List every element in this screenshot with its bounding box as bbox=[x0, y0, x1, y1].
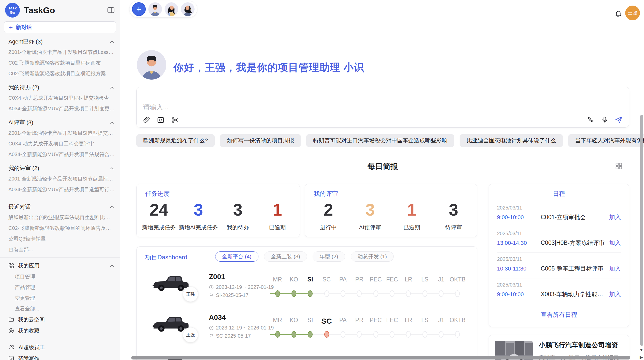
schedule-item[interactable]: 2025/03/11 13:00-14:30 C003|H0B-方案冻结评审 加… bbox=[497, 227, 621, 253]
milestone-label: PEC bbox=[368, 317, 384, 325]
project-row[interactable]: 王强 A034 2023-12-19 ~ 2026-01-19 SC-2025-… bbox=[137, 313, 477, 353]
sidebar-task-item[interactable]: C02-飞腾新能源轻客改款项目里程碑画布 bbox=[0, 57, 120, 68]
sidebar-task-item[interactable]: C0X4-动力总成开发项目工程变更评审 bbox=[0, 138, 120, 149]
tab-new-platform[interactable]: 全新平台 (4) bbox=[215, 251, 258, 262]
schedule-date: 2025/03/11 bbox=[497, 256, 621, 262]
folder-icon bbox=[8, 317, 14, 322]
user-avatar[interactable]: 王强 bbox=[625, 6, 640, 20]
schedule-item[interactable]: 2025/03/11 9:00-10:00 C001-立项审批会 加入 bbox=[497, 201, 621, 227]
sidebar-item-ai-super-staff[interactable]: AI超级员工 bbox=[0, 342, 120, 353]
vertical-scrollbar[interactable] bbox=[640, 115, 643, 346]
send-icon[interactable] bbox=[615, 116, 623, 124]
bell-icon[interactable] bbox=[614, 10, 622, 17]
recent-chat-item[interactable]: C02-飞腾新能源轻客改款项目的闭环通告反馈情况 bbox=[0, 223, 120, 233]
chat-input[interactable]: 请输入... bbox=[143, 103, 169, 112]
plus-icon: + bbox=[9, 24, 13, 31]
new-chat-label: 新对话 bbox=[16, 24, 32, 31]
section-header-recent-chats[interactable]: 最近对话 bbox=[0, 202, 120, 212]
milestone-dot bbox=[308, 290, 313, 297]
sidebar-task-item[interactable]: A034-全新新能源MUV产品开发项目造型可行性评审 bbox=[0, 184, 120, 195]
suggestion-chip[interactable]: 比亚迪全固态电池计划具体说了什么 bbox=[460, 134, 563, 147]
sidebar-task-item[interactable]: Z001-全新燃油轻卡产品开发项目SI造型提交物评审 bbox=[0, 128, 120, 138]
project-owner-badge: 王强 bbox=[183, 287, 198, 302]
paperclip-icon[interactable] bbox=[143, 116, 150, 124]
milestone-label: PEC bbox=[368, 276, 384, 283]
join-link[interactable]: 加入 bbox=[609, 290, 621, 298]
suggestion-chip[interactable]: 当下年轻人对汽车外观有怎样的喜好趋势 bbox=[568, 134, 644, 147]
schedule-event-title: C003|H0B-方案冻结评审 bbox=[541, 239, 606, 247]
milestone-dot bbox=[390, 290, 394, 297]
project-dashboard-card: 项目Dashboard 全新平台 (4) 全新上装 (3) 年型 (2) 动总开… bbox=[136, 246, 477, 360]
section-header-my-apps[interactable]: 我的应用 bbox=[0, 260, 120, 271]
milestone-label: PR bbox=[351, 276, 368, 283]
schedule-date: 2025/03/11 bbox=[497, 282, 621, 288]
apps-view-all[interactable]: 查看全部... bbox=[0, 303, 120, 314]
layout-grid-icon[interactable] bbox=[615, 162, 623, 170]
stat-my-todo: 3 我的待办 bbox=[218, 200, 258, 231]
join-link[interactable]: 加入 bbox=[609, 265, 621, 273]
add-member-button[interactable]: + bbox=[132, 2, 146, 16]
logo-line2: Go bbox=[10, 10, 15, 14]
sidebar-task-item[interactable]: A034-全新新能源MUV产品开发项目法规符合性评审 bbox=[0, 149, 120, 160]
section-header-agent-done[interactable]: Agent已办 (3) bbox=[0, 37, 120, 47]
clock-icon bbox=[209, 285, 214, 290]
assistant-avatar bbox=[137, 50, 166, 80]
sidebar-item-cloud-space[interactable]: 我的云空间 bbox=[0, 314, 120, 325]
mic-icon[interactable] bbox=[601, 116, 609, 124]
avatar-3[interactable] bbox=[181, 2, 195, 16]
app-item-change-mgmt[interactable]: 变更管理 bbox=[0, 293, 120, 303]
join-link[interactable]: 加入 bbox=[609, 239, 621, 247]
stat-pending-review: 3 待评审 bbox=[433, 200, 474, 231]
avatar-2[interactable] bbox=[165, 2, 178, 16]
horizontal-scrollbar[interactable] bbox=[131, 356, 630, 359]
scroll-down-arrow-icon[interactable]: ▼ bbox=[639, 348, 643, 352]
new-chat-button[interactable]: + 新对话 bbox=[4, 21, 116, 33]
schedule-item[interactable]: 2025/03/11 10:30-11:30 C005-整车工程目标评审 加入 bbox=[497, 253, 621, 278]
milestone-dot bbox=[439, 331, 444, 338]
view-all-schedule-link[interactable]: 查看所有日程 bbox=[489, 311, 629, 319]
suggestion-chip[interactable]: 如何写一份清晰的项目周报 bbox=[220, 134, 301, 147]
recent-chat-item[interactable]: 公司Q3轻卡销量 bbox=[0, 233, 120, 244]
tab-powertrain[interactable]: 动总开发 (1) bbox=[351, 251, 394, 262]
scroll-right-arrow-icon[interactable]: ▶ bbox=[640, 355, 643, 360]
section-header-ai-review[interactable]: AI评审 (3) bbox=[0, 117, 120, 128]
chat-input-card: 请输入... bbox=[136, 87, 629, 128]
app-item-product-mgmt[interactable]: 产品管理 bbox=[0, 282, 120, 293]
flag-icon bbox=[209, 293, 214, 298]
avatar-1[interactable] bbox=[148, 2, 162, 16]
sidebar-task-item[interactable]: Z001-全新燃油皮卡产品开发项目SI节点Lesson Learn报告 bbox=[0, 47, 120, 57]
task-progress-title: 任务进度 bbox=[145, 190, 170, 198]
app-item-project-mgmt[interactable]: 项目管理 bbox=[0, 271, 120, 282]
sidebar-item-favorites[interactable]: 我的收藏 bbox=[0, 325, 120, 336]
milestone-label: SC bbox=[318, 276, 335, 283]
tab-year-model[interactable]: 年型 (2) bbox=[313, 251, 345, 262]
sidebar-item-help-me-write[interactable]: 帮我写作 bbox=[0, 353, 120, 360]
sidebar-task-item[interactable]: C0X4-动力总成开发项目SI里程碑提交物检查 bbox=[0, 93, 120, 103]
tab-new-body[interactable]: 全新上装 (3) bbox=[264, 251, 307, 262]
section-header-my-review[interactable]: 我的评审 (2) bbox=[0, 163, 120, 173]
chevron-up-icon bbox=[110, 86, 114, 89]
schedule-item[interactable]: 2025/03/11 9:00-10:00 X003-车辆动力学性能验... 加… bbox=[497, 278, 621, 304]
dashboard-title: 项目Dashboard bbox=[145, 253, 187, 261]
sidebar-task-item[interactable]: C02-飞腾新能源轻客改款项目立项汇报方案 bbox=[0, 68, 120, 79]
sidebar-collapse-icon[interactable] bbox=[107, 7, 114, 13]
milestone-dot bbox=[455, 290, 460, 297]
recent-view-all[interactable]: 查看全部... bbox=[0, 244, 120, 255]
recent-chat-item[interactable]: 解释最新出台的欧盟报废车法规再生塑料比例被调至15%... bbox=[0, 212, 120, 223]
sidebar-task-item[interactable]: A034-全新新能源MUV产品开发项目计划变更表编写 bbox=[0, 103, 120, 114]
suggestion-chip[interactable]: 欧洲新规最近颁布了什么? bbox=[136, 134, 215, 147]
suggestion-chip[interactable]: 特朗普可能对进口汽车增税会对中国车企造成哪些影响 bbox=[306, 134, 454, 147]
project-row[interactable]: 王强 Z001 2023-12-19 ~ 2027-01-19 SI-2025-… bbox=[137, 272, 477, 313]
phone-icon[interactable] bbox=[587, 116, 595, 124]
schedule-date: 2025/03/11 bbox=[497, 231, 621, 236]
sidebar-task-item[interactable]: Z001-全新燃油轻卡产品开发项目SI节点属性5D文件评审 bbox=[0, 173, 120, 184]
join-link[interactable]: 加入 bbox=[609, 213, 621, 221]
milestone-dot bbox=[275, 331, 280, 338]
scissors-icon[interactable] bbox=[171, 116, 179, 124]
section-header-my-todo[interactable]: 我的待办 (2) bbox=[0, 82, 120, 93]
apps-grid-icon bbox=[8, 263, 14, 268]
image-icon[interactable] bbox=[157, 116, 165, 124]
milestone-dot bbox=[406, 331, 411, 338]
stat-overdue: 1 已逾期 bbox=[258, 200, 297, 231]
milestone-dot bbox=[308, 331, 313, 338]
